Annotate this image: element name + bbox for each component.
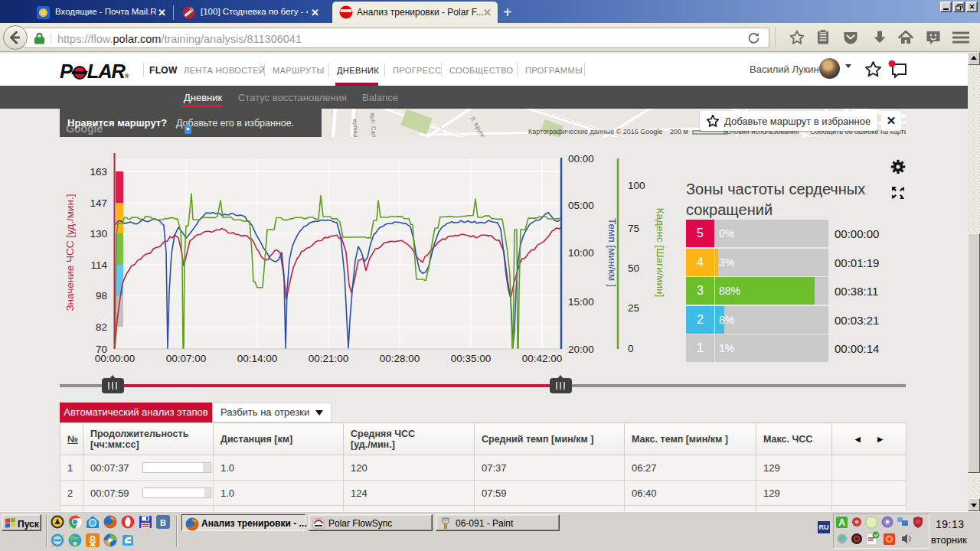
svg-text:Добавьте его в избранное.: Добавьте его в избранное. (176, 118, 294, 129)
svg-text:25: 25 (628, 302, 639, 314)
svg-text:Значение ЧСС [уд./мин.]: Значение ЧСС [уд./мин.] (64, 194, 76, 311)
svg-text:147: 147 (90, 197, 107, 209)
svg-text:00:21:00: 00:21:00 (309, 353, 349, 364)
svg-text:163: 163 (90, 166, 107, 178)
svg-text:вул. Сал: вул. Сал (369, 113, 377, 137)
svg-text:0: 0 (628, 343, 634, 354)
svg-text:114: 114 (90, 259, 107, 271)
svg-text:A: A (838, 517, 845, 528)
svg-text:10:00: 10:00 (568, 247, 594, 259)
svg-text:00:42:00: 00:42:00 (522, 353, 563, 364)
svg-text:20:00: 20:00 (568, 344, 594, 355)
svg-text:B: B (160, 518, 166, 527)
svg-text:00:00:00: 00:00:00 (95, 353, 136, 364)
svg-text:00:14:00: 00:14:00 (237, 353, 278, 364)
svg-text:75: 75 (628, 223, 639, 234)
svg-text:100: 100 (628, 180, 645, 191)
svg-text:00:07:00: 00:07:00 (166, 353, 207, 364)
svg-text:82: 82 (96, 321, 107, 333)
svg-text:50: 50 (628, 262, 639, 274)
svg-text:130: 130 (90, 228, 107, 240)
svg-text:05:00: 05:00 (568, 200, 594, 211)
svg-text:00:00: 00:00 (568, 153, 594, 165)
svg-text:вулиця: вулиця (351, 119, 359, 137)
svg-text:Темп [мин/км ]: Темп [мин/км ] (606, 218, 618, 287)
svg-text:200 м: 200 м (670, 128, 688, 135)
svg-text:98: 98 (96, 290, 107, 302)
svg-text:00:28:00: 00:28:00 (380, 353, 420, 364)
svg-text:Google: Google (66, 122, 103, 135)
svg-text:00:35:00: 00:35:00 (451, 353, 492, 364)
svg-text:Картографические данные © 2016: Картографические данные © 2016 Google (528, 128, 662, 135)
svg-text:Каденс [Шаги/мин]: Каденс [Шаги/мин] (655, 208, 666, 298)
svg-text:15:00: 15:00 (568, 296, 594, 308)
